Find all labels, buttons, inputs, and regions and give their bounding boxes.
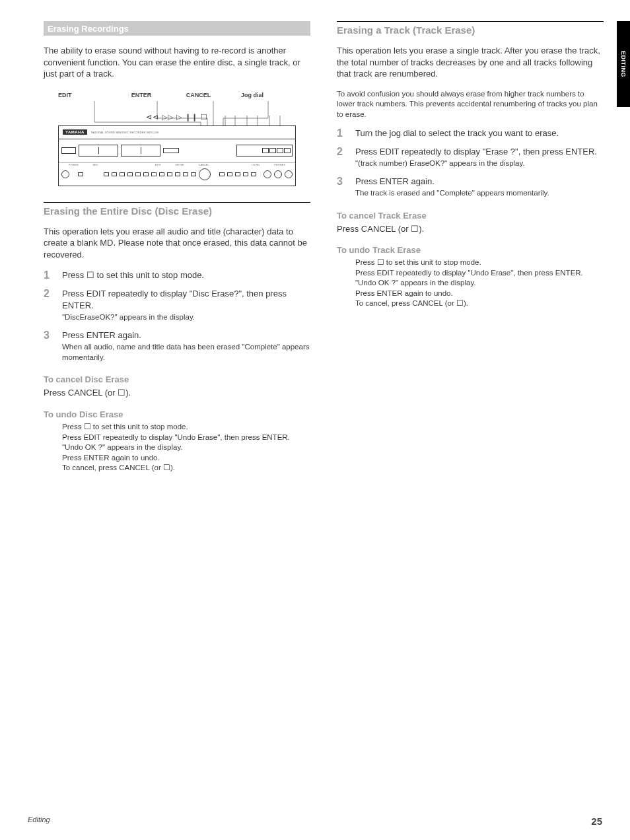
undo-line: To cancel, press CANCEL (or ☐). [62,463,310,473]
btn-icon [183,172,188,176]
slot-icon [61,147,76,154]
step-text: Press EDIT repeatedly to display "Erase … [355,146,604,158]
undo-subhead: To undo Track Erase [337,245,604,255]
btn-icon [143,172,149,176]
jog-dial-icon [199,168,211,180]
phones-knob-icon [285,170,293,178]
btn-icon [191,172,196,176]
btn-icon [112,172,117,176]
pause-btn-icon [243,172,248,176]
footer-left: Editing [28,816,50,827]
undo-block: Press ☐ to set this unit to stop mode. P… [44,422,310,473]
step-text: Press ENTER again. [355,176,604,188]
level-knob-icon [263,170,271,178]
btn-icon [127,172,133,176]
disc-door2-icon [121,145,160,157]
device-diagram: EDIT ENTER CANCEL Jog dial ⊲⊲ ▷▷ ▷ ❙❙ ☐ [44,92,310,186]
undo-line: "Undo OK ?" appears in the display. [62,442,310,453]
step-number: 1 [337,127,349,139]
seek-btn-icon [235,172,240,176]
undo-line: To cancel, press CANCEL (or ☐). [355,298,604,309]
step-1: 1 Turn the jog dial to select the track … [337,127,604,139]
track-erase-p1: This operation lets you erase a single t… [337,45,604,80]
display-panel [236,145,293,157]
step-note: "DiscEraseOK?" appears in the display. [62,312,310,323]
step-note: "(track number) EraseOK?" appears in the… [355,158,604,169]
transport-icons: ⊲⊲ ▷▷ ▷ ❙❙ ☐ [58,113,296,122]
step-2: 2 Press EDIT repeatedly to display "Eras… [337,146,604,169]
cancel-text: Press CANCEL (or ☐). [337,223,604,235]
undo-line: Press ☐ to set this unit to stop mode. [62,422,310,433]
step-3: 3 Press ENTER again. The track is erased… [337,176,604,199]
callout-jog: Jog dial [241,92,296,101]
step-text: Press ENTER again. [62,330,310,341]
side-tab: EDITING [617,21,630,107]
step-text: Turn the jog dial to select the track yo… [355,127,604,139]
cancel-subhead: To cancel Disc Erase [44,374,310,384]
step-text: Press EDIT repeatedly to display "Disc E… [62,288,310,311]
disc-door-icon [79,145,118,157]
rec-button-icon [78,172,83,176]
step-note: When all audio, name and title data has … [62,342,310,363]
page-footer: Editing 25 [0,816,630,827]
undo-line: "Undo OK ?" appears in the display. [355,278,604,289]
btn-icon [175,172,180,176]
step-3: 3 Press ENTER again. When all audio, nam… [44,330,310,363]
product-label: NATURAL SOUND MINIDISC RECORDER MDX-596 [91,131,159,134]
undo-line: Press EDIT repeatedly to display "Undo E… [355,268,604,279]
device-front-panel: YAMAHA NATURAL SOUND MINIDISC RECORDER M… [58,125,296,186]
btn-icon [104,172,109,176]
step-number: 2 [337,146,349,169]
btn-icon [120,172,125,176]
stop-btn-icon [251,172,256,176]
undo-line: Press ENTER again to undo. [62,453,310,464]
track-erase-p2: To avoid confusion you should always era… [337,89,604,120]
undo-line: Press EDIT repeatedly to display "Undo E… [62,433,310,443]
page-number: 25 [591,816,602,827]
cancel-text: Press CANCEL (or ☐). [44,387,310,399]
callout-cancel: CANCEL [186,92,241,101]
undo-line: Press ☐ to set this unit to stop mode. [355,258,604,268]
brand-logo: YAMAHA [63,129,87,135]
step-number: 3 [337,176,349,199]
step-number: 2 [44,288,55,323]
step-text: Press ☐ to set this unit to stop mode. [62,269,310,281]
step-note: The track is erased and "Complete" appea… [355,188,604,199]
undo-line: Press ENTER again to undo. [355,289,604,299]
step-1: 1 Press ☐ to set this unit to stop mode. [44,269,310,281]
callout-edit: EDIT [58,92,131,101]
intro-text: The ability to erase sound without havin… [44,45,310,80]
right-column: Erasing a Track (Track Erase) This opera… [337,21,604,473]
disc-erase-intro: This operation lets you erase all audio … [44,226,310,261]
step-2: 2 Press EDIT repeatedly to display "Disc… [44,288,310,323]
seek-btn-icon [227,172,232,176]
step-number: 1 [44,269,55,281]
undo-block: Press ☐ to set this unit to stop mode. P… [337,258,604,309]
knob-icon [274,170,282,178]
eject-icon [163,148,179,153]
left-column: Erasing Recordings The ability to erase … [44,21,310,473]
callout-enter: ENTER [131,92,186,101]
play-btn-icon [219,172,225,176]
btn-icon [151,172,157,176]
undo-subhead: To undo Disc Erase [44,409,310,419]
step-number: 3 [44,330,55,363]
section-title-bar: Erasing Recordings [44,21,310,36]
btn-icon [159,172,164,176]
disc-erase-heading: Erasing the Entire Disc (Disc Erase) [44,205,310,217]
btn-icon [135,172,141,176]
power-knob-icon [61,170,69,178]
track-erase-heading: Erasing a Track (Track Erase) [337,24,604,36]
cancel-subhead: To cancel Track Erase [337,211,604,221]
page-content: Erasing Recordings The ability to erase … [0,0,630,480]
btn-icon [167,172,172,176]
